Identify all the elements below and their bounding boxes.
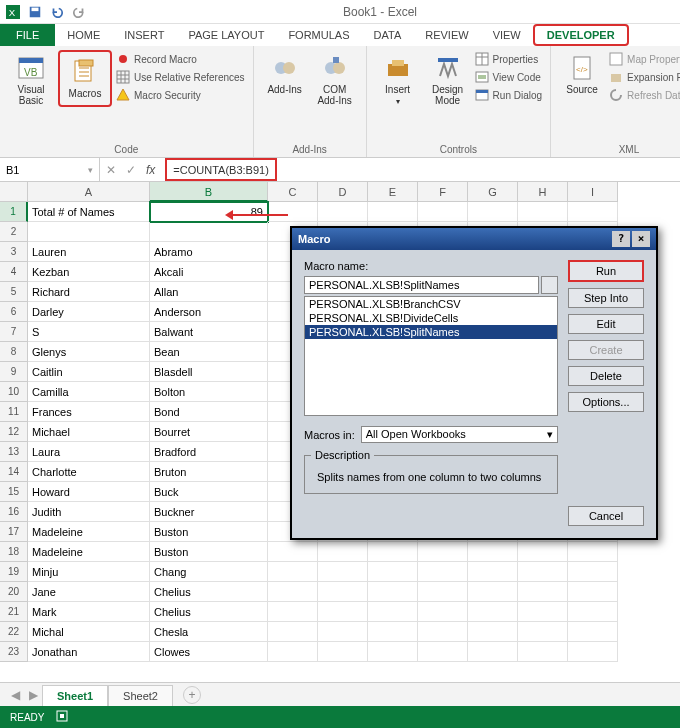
- cell[interactable]: [418, 582, 468, 602]
- redo-icon[interactable]: [72, 5, 86, 19]
- select-all-corner[interactable]: [0, 182, 28, 202]
- cell[interactable]: [318, 202, 368, 222]
- cell[interactable]: Glenys: [28, 342, 150, 362]
- cell[interactable]: [28, 222, 150, 242]
- cell[interactable]: [418, 602, 468, 622]
- cell[interactable]: Bolton: [150, 382, 268, 402]
- col-header-c[interactable]: C: [268, 182, 318, 202]
- sheet-nav-prev-icon[interactable]: ◀: [6, 688, 24, 702]
- cell[interactable]: [568, 582, 618, 602]
- tab-pagelayout[interactable]: PAGE LAYOUT: [176, 24, 276, 46]
- tab-developer[interactable]: DEVELOPER: [533, 24, 629, 46]
- list-item[interactable]: PERSONAL.XLSB!BranchCSV: [305, 297, 557, 311]
- save-icon[interactable]: [28, 5, 42, 19]
- tab-file[interactable]: FILE: [0, 24, 55, 46]
- cell[interactable]: [568, 622, 618, 642]
- cell[interactable]: [518, 602, 568, 622]
- cell[interactable]: [368, 602, 418, 622]
- cell[interactable]: Caitlin: [28, 362, 150, 382]
- col-header-b[interactable]: B: [150, 182, 268, 202]
- cell[interactable]: [318, 562, 368, 582]
- accept-formula-icon[interactable]: ✓: [126, 163, 136, 177]
- cell[interactable]: Minju: [28, 562, 150, 582]
- row-header[interactable]: 4: [0, 262, 28, 282]
- row-header[interactable]: 6: [0, 302, 28, 322]
- row-header[interactable]: 17: [0, 522, 28, 542]
- map-properties-button[interactable]: Map Properties: [609, 52, 680, 66]
- cell[interactable]: [318, 642, 368, 662]
- use-relative-refs-button[interactable]: Use Relative References: [116, 70, 245, 84]
- list-item[interactable]: PERSONAL.XLSB!SplitNames: [305, 325, 557, 339]
- run-button[interactable]: Run: [568, 260, 644, 282]
- cell[interactable]: [568, 542, 618, 562]
- cell[interactable]: Bradford: [150, 442, 268, 462]
- close-icon[interactable]: ×: [632, 231, 650, 247]
- row-header[interactable]: 22: [0, 622, 28, 642]
- cell[interactable]: [268, 582, 318, 602]
- sheet-tab-2[interactable]: Sheet2: [108, 685, 173, 707]
- tab-insert[interactable]: INSERT: [112, 24, 176, 46]
- cell[interactable]: [418, 642, 468, 662]
- row-header[interactable]: 13: [0, 442, 28, 462]
- cell[interactable]: [418, 542, 468, 562]
- cell[interactable]: [568, 642, 618, 662]
- step-into-button[interactable]: Step Into: [568, 288, 644, 308]
- visual-basic-button[interactable]: VB Visual Basic: [8, 50, 54, 110]
- cell[interactable]: Chelius: [150, 582, 268, 602]
- cell[interactable]: Chang: [150, 562, 268, 582]
- cell[interactable]: [418, 562, 468, 582]
- cell[interactable]: [468, 622, 518, 642]
- cell[interactable]: [268, 202, 318, 222]
- macro-name-input[interactable]: [304, 276, 539, 294]
- design-mode-button[interactable]: Design Mode: [425, 50, 471, 110]
- cell[interactable]: [368, 562, 418, 582]
- cell[interactable]: Balwant: [150, 322, 268, 342]
- cell[interactable]: [468, 562, 518, 582]
- tab-data[interactable]: DATA: [362, 24, 414, 46]
- cell[interactable]: [268, 622, 318, 642]
- row-header[interactable]: 12: [0, 422, 28, 442]
- cell[interactable]: Frances: [28, 402, 150, 422]
- cell[interactable]: Bond: [150, 402, 268, 422]
- cell[interactable]: Howard: [28, 482, 150, 502]
- cell[interactable]: Allan: [150, 282, 268, 302]
- help-icon[interactable]: ?: [612, 231, 630, 247]
- cell[interactable]: [468, 602, 518, 622]
- options-button[interactable]: Options...: [568, 392, 644, 412]
- cell[interactable]: Bean: [150, 342, 268, 362]
- row-header[interactable]: 11: [0, 402, 28, 422]
- cell[interactable]: Bruton: [150, 462, 268, 482]
- macro-list[interactable]: PERSONAL.XLSB!BranchCSV PERSONAL.XLSB!Di…: [304, 296, 558, 416]
- source-button[interactable]: </> Source: [559, 50, 605, 99]
- add-sheet-button[interactable]: +: [183, 686, 201, 704]
- col-header-i[interactable]: I: [568, 182, 618, 202]
- properties-button[interactable]: Properties: [475, 52, 542, 66]
- row-header[interactable]: 23: [0, 642, 28, 662]
- row-header[interactable]: 9: [0, 362, 28, 382]
- row-header[interactable]: 21: [0, 602, 28, 622]
- cell[interactable]: [518, 642, 568, 662]
- cell[interactable]: Jane: [28, 582, 150, 602]
- macros-in-select[interactable]: All Open Workbooks▾: [361, 426, 558, 443]
- row-header[interactable]: 19: [0, 562, 28, 582]
- cell[interactable]: [268, 562, 318, 582]
- cell[interactable]: Buston: [150, 522, 268, 542]
- cell[interactable]: Clowes: [150, 642, 268, 662]
- cell[interactable]: [318, 602, 368, 622]
- col-header-e[interactable]: E: [368, 182, 418, 202]
- cell[interactable]: [368, 582, 418, 602]
- cell[interactable]: Lauren: [28, 242, 150, 262]
- row-header[interactable]: 18: [0, 542, 28, 562]
- cell[interactable]: Camilla: [28, 382, 150, 402]
- cell[interactable]: Darley: [28, 302, 150, 322]
- row-header[interactable]: 8: [0, 342, 28, 362]
- cell[interactable]: [368, 622, 418, 642]
- insert-controls-button[interactable]: Insert▾: [375, 50, 421, 110]
- cell[interactable]: Blasdell: [150, 362, 268, 382]
- cell[interactable]: Buckner: [150, 502, 268, 522]
- cell[interactable]: [268, 642, 318, 662]
- col-header-a[interactable]: A: [28, 182, 150, 202]
- cell[interactable]: Anderson: [150, 302, 268, 322]
- row-header[interactable]: 3: [0, 242, 28, 262]
- row-header[interactable]: 14: [0, 462, 28, 482]
